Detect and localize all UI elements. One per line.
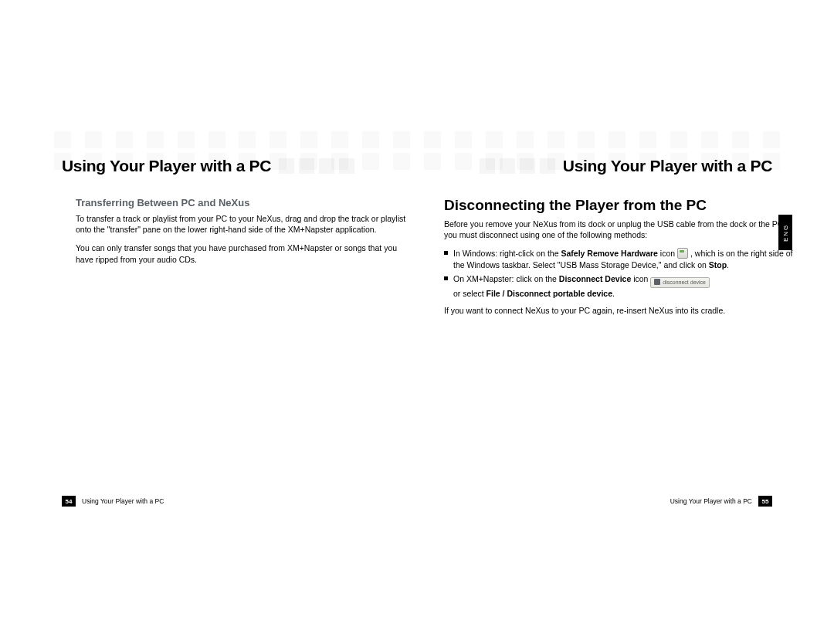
text: . [612,289,615,298]
text: In Windows: right-click on the [453,249,561,258]
footer-left: 54 Using Your Player with a PC [62,496,164,507]
subheading-transferring: Transferring Between PC and NeXus [76,197,408,208]
bold-text: Stop [709,260,727,269]
section-title-right: Using Your Player with a PC [472,154,772,178]
deco-squares-icon [279,158,354,174]
language-tab: ENG [778,215,792,250]
page-number: 55 [758,496,772,507]
safely-remove-hardware-icon [677,248,688,259]
footer-text: Using Your Player with a PC [670,497,752,505]
section-title-left-text: Using Your Player with a PC [62,157,271,175]
paragraph: You can only transfer songs that you hav… [76,242,408,264]
heading-disconnecting: Disconnecting the Player from the PC [444,197,799,214]
disconnect-device-icon: disconnect device [650,277,710,288]
section-title-right-text: Using Your Player with a PC [563,157,772,175]
paragraph: If you want to connect NeXus to your PC … [444,305,799,316]
page-number: 54 [62,496,76,507]
page-right: Disconnecting the Player from the PC Bef… [444,197,799,324]
text: icon [658,249,677,258]
page-left: Transferring Between PC and NeXus To tra… [76,197,408,273]
icon-label: disconnect device [663,280,706,285]
bullet-list: In Windows: right-click on the Safely Re… [444,248,799,299]
text: On XM+Napster: click on the [453,274,559,283]
paragraph: To transfer a track or playlist from you… [76,213,408,235]
bold-text: File / Disconnect portable device [486,289,612,298]
section-title-left: Using Your Player with a PC [62,154,362,178]
text: or select [453,289,486,298]
bold-text: Safely Remove Hardware [561,249,657,258]
text: icon [631,274,650,283]
list-item: In Windows: right-click on the Safely Re… [444,248,799,269]
footer-text: Using Your Player with a PC [82,497,164,505]
deco-squares-icon [480,158,555,174]
paragraph: Before you remove your NeXus from its do… [444,219,799,240]
list-item: On XM+Napster: click on the Disconnect D… [444,273,799,299]
text: . [727,260,729,269]
bold-text: Disconnect Device [559,274,631,283]
footer-right: Using Your Player with a PC 55 [670,496,772,507]
